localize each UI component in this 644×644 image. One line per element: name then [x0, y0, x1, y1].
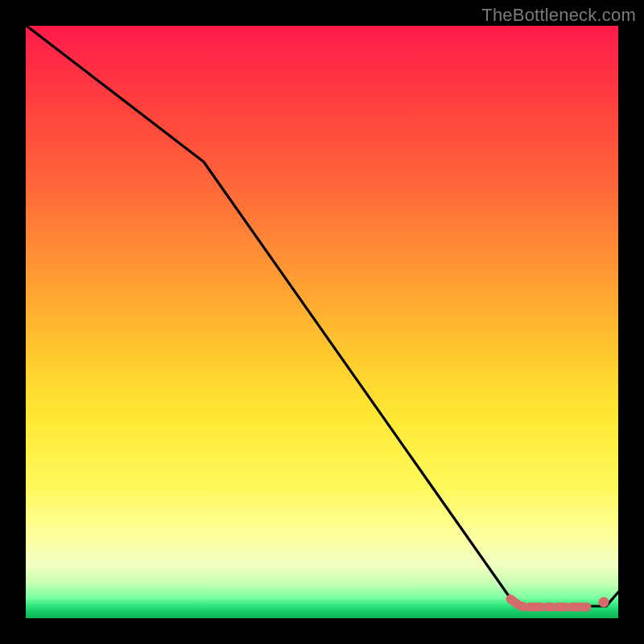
series-curve: [23, 23, 621, 606]
marker-dash-group: [510, 599, 587, 607]
chart-overlay: [26, 26, 618, 618]
plot-area: [26, 26, 618, 618]
marker-end-dot: [599, 597, 609, 608]
chart-frame: TheBottleneck.com: [0, 0, 644, 644]
watermark-text: TheBottleneck.com: [481, 5, 636, 26]
